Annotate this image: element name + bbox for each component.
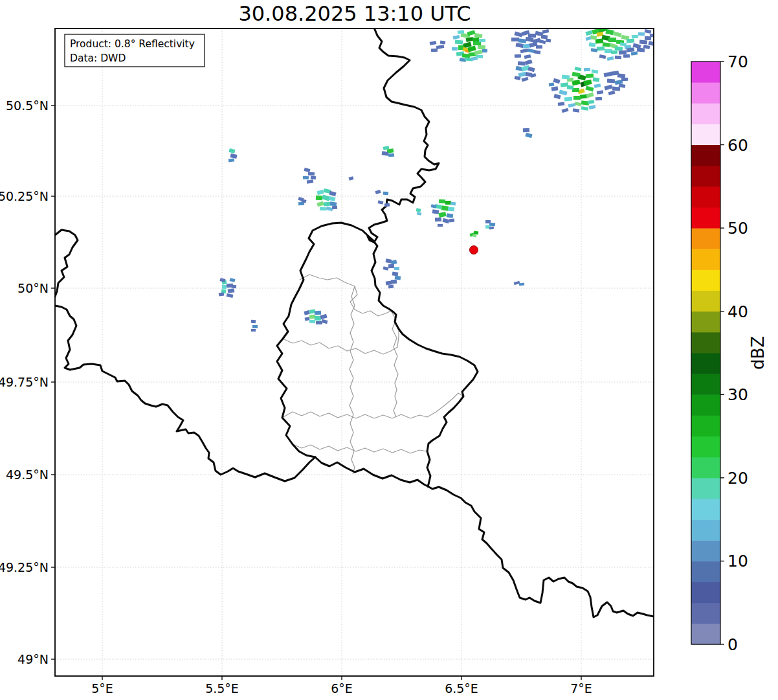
district-border-path (350, 286, 355, 474)
colorbar-segment (691, 394, 720, 416)
radar-cell (632, 35, 638, 39)
radar-cell (594, 25, 601, 28)
radar-cell (222, 285, 227, 289)
radar-cell (518, 62, 526, 66)
colorbar-segment (691, 436, 720, 458)
radar-cell (568, 103, 576, 107)
colorbar-segment (691, 332, 720, 354)
country-border-path (55, 306, 315, 481)
radar-cell (518, 38, 527, 43)
radar-cell (385, 258, 392, 264)
radar-cell (304, 168, 310, 172)
radar-cell (391, 280, 397, 284)
radar-cell (612, 87, 620, 91)
radar-cell (228, 148, 235, 153)
radar-cell (572, 72, 581, 77)
radar-cell (232, 285, 236, 288)
radar-cell (607, 79, 615, 84)
lat-tick-label: 50.25°N (0, 189, 49, 203)
colorbar-tick-label: 10 (728, 552, 748, 570)
district-border-path (283, 329, 399, 354)
radar-cell (562, 75, 570, 80)
colorbar-segment (691, 82, 720, 104)
lat-tick-label: 49.5°N (6, 468, 49, 482)
radar-cell (303, 176, 309, 180)
radar-cell (482, 49, 487, 52)
colorbar-tick-label: 0 (728, 635, 738, 654)
radar-cell (328, 196, 335, 201)
radar-cell (589, 105, 596, 109)
radar-cell (452, 47, 458, 51)
radar-echoes (219, 23, 656, 332)
lat-tick-label: 49°N (17, 652, 49, 666)
colorbar-tick-label: 40 (728, 302, 748, 321)
radar-cell (598, 26, 606, 32)
radar-cell (252, 325, 258, 328)
radar-cell (316, 196, 322, 201)
lat-tick-label: 50.5°N (6, 98, 49, 113)
radar-cell (631, 51, 638, 55)
radar-cell (611, 24, 618, 28)
radar-cell (435, 218, 441, 222)
radar-cell (227, 293, 234, 298)
radar-cell (528, 67, 535, 73)
radar-cell (523, 128, 529, 133)
radar-cell (394, 267, 399, 270)
colorbar-tick-label: 70 (728, 52, 748, 71)
radar-cell (453, 35, 460, 40)
info-box-product-line: Product: 0.8° Reflectivity (70, 38, 195, 50)
radar-cell (525, 60, 532, 65)
radar-cell (621, 78, 628, 82)
radar-cell (478, 45, 485, 49)
radar-cell (251, 320, 256, 323)
radar-cell (591, 48, 598, 52)
radar-cell (602, 23, 609, 28)
colorbar-segment (691, 519, 720, 541)
radar-cell (607, 56, 614, 61)
radar-cell (593, 77, 600, 82)
radar-cell (439, 199, 445, 204)
radar-cell (442, 218, 449, 224)
radar-cell (558, 102, 565, 106)
colorbar-segment (691, 624, 720, 645)
lon-tick-label: 6°E (331, 681, 353, 695)
radar-cell (479, 39, 485, 43)
radar-cell (534, 50, 541, 54)
colorbar-tick-label: 50 (728, 219, 748, 238)
colorbar-segment (691, 540, 720, 561)
colorbar-segment (691, 166, 720, 187)
colorbar-segment (691, 207, 720, 229)
lon-tick-label: 5°E (91, 681, 113, 695)
colorbar-segment (691, 124, 720, 145)
colorbar-segment (691, 561, 720, 582)
radar-cell (476, 55, 483, 58)
radar-cell (332, 206, 337, 210)
radar-cell (304, 310, 309, 315)
radar-cell (315, 316, 321, 321)
radar-cell (603, 42, 611, 47)
radar-cell (611, 51, 617, 54)
radar-cell (417, 212, 422, 215)
colorbar-segment (691, 582, 720, 604)
radar-cell (562, 108, 569, 113)
radar-cell (551, 86, 559, 91)
radar-cell (604, 72, 612, 77)
radar-cell (573, 96, 581, 100)
radar-cell (623, 54, 630, 58)
radar-cell (573, 108, 580, 112)
radar-cell (524, 54, 531, 59)
radar-cell (445, 201, 451, 205)
radar-cell (220, 278, 226, 282)
radar-cell (416, 208, 421, 212)
colorbar-segment (691, 457, 720, 479)
radar-cell (549, 82, 555, 86)
radar-cell (438, 212, 446, 218)
radar-cell (575, 67, 582, 72)
radar-cell (430, 41, 437, 45)
radar-cell (317, 201, 324, 207)
lon-tick-label: 5.5°E (205, 681, 239, 695)
radar-cell (528, 34, 536, 38)
radar-cell (474, 33, 483, 38)
radar-cell (595, 39, 603, 44)
radar-cell (605, 29, 614, 35)
